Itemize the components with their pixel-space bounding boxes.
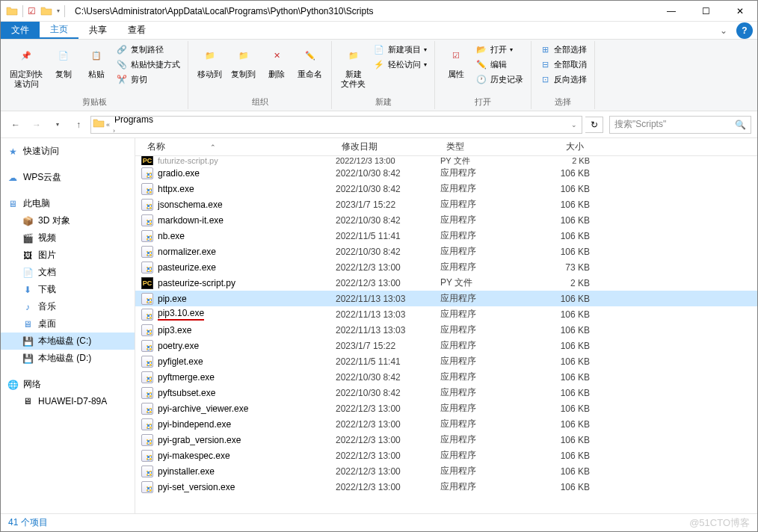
tab-view[interactable]: 查看: [117, 22, 156, 39]
file-row[interactable]: httpx.exe2022/10/30 8:42应用程序106 KB: [135, 181, 757, 197]
rename-button[interactable]: ✏️重命名: [293, 43, 327, 81]
sidebar-wps[interactable]: ☁WPS云盘: [1, 169, 135, 186]
newfolder-button[interactable]: 📁新建 文件夹: [336, 43, 370, 90]
selectnone-button[interactable]: ⊟全部取消: [537, 58, 588, 71]
file-type: 应用程序: [440, 418, 530, 430]
open-button[interactable]: 📂打开▾: [474, 43, 525, 56]
sidebar-thispc[interactable]: 🖥此电脑: [1, 195, 135, 212]
copy-button[interactable]: 📄复制: [47, 43, 80, 81]
sidebar-videos[interactable]: 🎬视频: [1, 229, 135, 247]
moveto-button[interactable]: 📁移动到: [193, 43, 227, 81]
pasteshortcut-icon: 📎: [116, 58, 128, 70]
cut-button[interactable]: ✂️剪切: [114, 72, 182, 86]
sidebar-network[interactable]: 🌐网络: [1, 376, 135, 393]
file-row[interactable]: pyi-archive_viewer.exe2022/12/3 13:00应用程…: [135, 400, 757, 416]
pasteshortcut-button[interactable]: 📎粘贴快捷方式: [114, 58, 182, 71]
breadcrumb-programs[interactable]: Programs: [111, 116, 170, 125]
file-row[interactable]: pyftmerge.exe2022/10/30 8:42应用程序106 KB: [135, 369, 757, 385]
newitem-button[interactable]: 📄新建项目▾: [372, 43, 428, 56]
ribbon-expand-icon[interactable]: ⌄: [715, 22, 732, 39]
file-row[interactable]: jsonschema.exe2023/1/7 15:22应用程序106 KB: [135, 197, 757, 212]
file-date: 2022/12/3 13:00: [336, 435, 440, 445]
properties-icon: ☑: [444, 44, 468, 68]
history-button[interactable]: 🕐历史记录: [474, 72, 525, 86]
sidebar-downloads[interactable]: ⬇下载: [1, 281, 135, 298]
file-row[interactable]: pyi-set_version.exe2022/12/3 13:00应用程序10…: [135, 479, 757, 495]
file-row[interactable]: pip3.exe2022/11/13 13:03应用程序106 KB: [135, 322, 757, 338]
help-button[interactable]: ?: [736, 22, 753, 39]
column-type[interactable]: 类型: [440, 140, 530, 153]
chevron-icon[interactable]: ›: [111, 127, 117, 134]
sidebar-diskc[interactable]: 💾本地磁盘 (C:): [1, 332, 135, 350]
file-row[interactable]: normalizer.exe2022/10/30 8:42应用程序106 KB: [135, 244, 757, 259]
edit-button[interactable]: ✏️编辑: [474, 58, 525, 71]
file-row[interactable]: pyi-bindepend.exe2022/12/3 13:00应用程序106 …: [135, 416, 757, 432]
close-button[interactable]: ✕: [723, 1, 757, 22]
selectall-button[interactable]: ⊞全部选择: [537, 43, 588, 56]
sidebar-quickaccess[interactable]: ★快速访问: [1, 143, 135, 160]
qat-properties-icon[interactable]: ☑: [28, 6, 36, 16]
copypath-icon: 🔗: [116, 43, 128, 55]
qat-dropdown-icon[interactable]: ▾: [57, 7, 60, 14]
file-row[interactable]: pyfiglet.exe2022/11/5 11:41应用程序106 KB: [135, 353, 757, 369]
qat-open-icon[interactable]: [40, 5, 52, 17]
exe-icon: [141, 418, 153, 430]
sidebar-pictures[interactable]: 🖼图片: [1, 247, 135, 264]
sidebar-diskd[interactable]: 💾本地磁盘 (D:): [1, 350, 135, 367]
minimize-button[interactable]: —: [654, 1, 688, 22]
sidebar-desktop[interactable]: 🖥桌面: [1, 315, 135, 332]
paste-button[interactable]: 📋粘贴: [80, 43, 113, 81]
copyto-button[interactable]: 📁复制到: [227, 43, 260, 81]
column-name[interactable]: 名称⌃: [141, 140, 336, 153]
column-date[interactable]: 修改日期: [336, 140, 440, 153]
exe-icon: [141, 371, 153, 383]
delete-button[interactable]: ✕删除: [260, 43, 293, 81]
file-date: 2022/12/3 13:00: [336, 466, 440, 477]
invertsel-button[interactable]: ⊡反向选择: [537, 72, 588, 86]
file-name: gradio.exe: [158, 168, 336, 179]
maximize-button[interactable]: ☐: [688, 1, 723, 22]
sidebar-music[interactable]: ♪音乐: [1, 298, 135, 315]
address-bar[interactable]: « Administrator›AppData›Local›Programs›P…: [90, 116, 582, 134]
invertsel-icon: ⊡: [539, 73, 551, 85]
forward-button[interactable]: →: [28, 116, 46, 134]
file-size: 106 KB: [530, 215, 590, 226]
chevron-icon[interactable]: «: [105, 121, 111, 129]
column-size[interactable]: 大小: [530, 140, 590, 153]
file-size: 106 KB: [530, 482, 590, 492]
file-row[interactable]: pip.exe2022/11/13 13:03应用程序106 KB: [135, 291, 757, 306]
exe-icon: [141, 324, 153, 336]
refresh-button[interactable]: ↻: [585, 117, 603, 133]
py-icon: PC: [141, 277, 153, 289]
exe-icon: [141, 309, 153, 321]
pin-quickaccess-button[interactable]: 📌固定到快 速访问: [5, 43, 47, 90]
easyaccess-button[interactable]: ⚡轻松访问▾: [372, 58, 428, 71]
file-row[interactable]: pyftsubset.exe2022/10/30 8:42应用程序106 KB: [135, 385, 757, 400]
file-row[interactable]: pyinstaller.exe2022/12/3 13:00应用程序106 KB: [135, 463, 757, 479]
back-button[interactable]: ←: [7, 116, 25, 134]
file-row[interactable]: pip3.10.exe2022/11/13 13:03应用程序106 KB: [135, 306, 757, 322]
file-row[interactable]: pasteurize.exe2022/12/3 13:00应用程序73 KB: [135, 259, 757, 275]
file-row[interactable]: PCpasteurize-script.py2022/12/3 13:00PY …: [135, 275, 757, 291]
up-button[interactable]: ↑: [70, 116, 87, 134]
tab-share[interactable]: 共享: [78, 22, 117, 39]
file-row[interactable]: pyi-grab_version.exe2022/12/3 13:00应用程序1…: [135, 432, 757, 448]
file-row[interactable]: pyi-makespec.exe2022/12/3 13:00应用程序106 K…: [135, 448, 757, 463]
sidebar-documents[interactable]: 📄文档: [1, 264, 135, 281]
file-row[interactable]: PCfuturize-script.py2022/12/3 13:00PY 文件…: [135, 156, 757, 165]
search-box[interactable]: 搜索"Scripts" 🔍: [609, 116, 751, 134]
tab-home[interactable]: 主页: [40, 22, 78, 39]
address-dropdown-icon[interactable]: ⌄: [570, 121, 580, 129]
tab-file[interactable]: 文件: [1, 22, 40, 39]
file-row[interactable]: markdown-it.exe2022/10/30 8:42应用程序106 KB: [135, 212, 757, 228]
sidebar-3dobjects[interactable]: 📦3D 对象: [1, 212, 135, 229]
properties-button[interactable]: ☑属性: [440, 43, 472, 81]
copypath-button[interactable]: 🔗复制路径: [114, 43, 182, 56]
file-list[interactable]: PCfuturize-script.py2022/12/3 13:00PY 文件…: [135, 156, 757, 513]
navigation-pane[interactable]: ★快速访问 ☁WPS云盘 🖥此电脑 📦3D 对象 🎬视频 🖼图片 📄文档 ⬇下载…: [1, 138, 135, 513]
sidebar-huawei[interactable]: 🖥HUAWEI-D7-89A: [1, 393, 135, 409]
recent-dropdown[interactable]: ▾: [49, 116, 67, 134]
file-row[interactable]: poetry.exe2023/1/7 15:22应用程序106 KB: [135, 338, 757, 353]
file-row[interactable]: nb.exe2022/11/5 11:41应用程序106 KB: [135, 228, 757, 244]
file-row[interactable]: gradio.exe2022/10/30 8:42应用程序106 KB: [135, 165, 757, 181]
